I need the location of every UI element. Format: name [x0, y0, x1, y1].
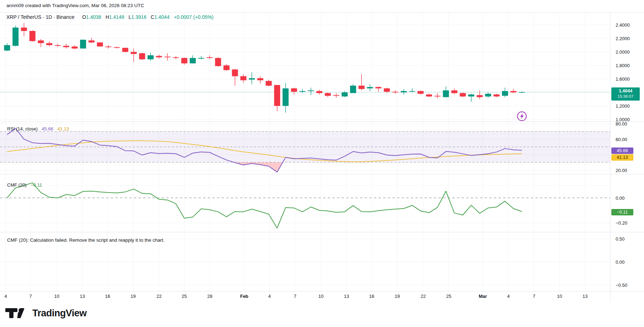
candle-body — [148, 55, 154, 59]
indicator-error-message: CMF (20): Calculation failed. Remove the… — [7, 237, 164, 243]
error-panel-tick-label: −0.50 — [616, 283, 627, 288]
candle-body — [342, 92, 348, 96]
time-tick-label: 13 — [344, 294, 349, 299]
high-value: 1.4148 — [109, 14, 124, 20]
tradingview-logo-icon — [5, 307, 29, 319]
cmf-value-badge: −0.11 — [611, 209, 633, 215]
time-tick-label: 7 — [533, 294, 535, 299]
time-tick-label: 25 — [446, 294, 451, 299]
candle-body — [493, 95, 500, 97]
time-tick-label: 16 — [369, 294, 374, 299]
candle-body — [173, 57, 179, 58]
candle-body — [299, 91, 305, 92]
change-value: +0.0007 (+0.05%) — [174, 14, 213, 20]
candle-body — [325, 93, 331, 96]
candle-body — [468, 95, 474, 97]
candle-body — [359, 86, 365, 89]
candle-body — [72, 47, 78, 49]
time-tick-label: 7 — [294, 294, 296, 299]
candle-body — [181, 58, 187, 63]
time-tick-label: 22 — [157, 294, 162, 299]
rsi-ma-value-badge: 41.13 — [611, 154, 633, 161]
rsi-value-badge: 45.66 — [611, 148, 633, 154]
rsi-legend[interactable]: RSI (14, close) 45.66 41.13 — [7, 126, 69, 132]
candle-body — [156, 56, 162, 57]
candle-body — [384, 89, 390, 92]
candle-body — [417, 91, 424, 94]
time-tick-label: 13 — [583, 294, 588, 299]
candle-body — [274, 85, 280, 106]
price-tick-label: 2.4000 — [616, 22, 630, 28]
bar-countdown: 15:36:07 — [618, 94, 634, 99]
error-panel-tick-label: 0.00 — [616, 259, 624, 265]
low-label: L — [129, 14, 131, 20]
tradingview-wordmark: TradingView — [32, 308, 87, 319]
cmf-title[interactable]: CMF (20) — [7, 182, 27, 188]
cmf-tick-label: −0.20 — [616, 220, 627, 226]
candle-body — [350, 86, 356, 93]
close-value: 1.4044 — [154, 14, 170, 20]
candle-body — [164, 57, 170, 57]
cmf-tick-label: 0.00 — [616, 195, 624, 201]
time-tick-label: Mar — [479, 294, 487, 299]
rsi-tick-label: 20.00 — [616, 168, 627, 173]
price-tick-label: 2.0000 — [616, 49, 630, 55]
candle-body — [97, 42, 103, 46]
candle-body — [190, 58, 196, 63]
low-value: 1.3916 — [131, 14, 147, 20]
open-label: O — [82, 14, 86, 20]
candle-body — [511, 91, 517, 92]
symbol-legend[interactable]: XRP / TetherUS · 1D · Binance O1.4038 H1… — [6, 14, 213, 20]
chart-canvas[interactable] — [0, 0, 644, 306]
price-tick-label: 1.8000 — [616, 63, 630, 68]
rsi-tick-label: 80.00 — [616, 121, 627, 127]
tradingview-footer[interactable]: TradingView — [5, 307, 87, 319]
current-price-badge: 1.4044 15:36:07 — [611, 87, 640, 101]
rsi-value: 45.66 — [42, 126, 54, 132]
candle-body — [63, 46, 69, 47]
candle-body — [249, 78, 255, 80]
candle-body — [443, 90, 449, 97]
time-tick-label: 10 — [54, 294, 59, 299]
candle-body — [12, 28, 18, 46]
candle-body — [207, 57, 213, 58]
candle-body — [240, 76, 246, 80]
time-tick-label: 10 — [557, 294, 562, 299]
time-tick-label: 10 — [318, 294, 323, 299]
candle-body — [485, 94, 491, 97]
price-tick-label: 1.6000 — [616, 76, 630, 82]
candle-body — [122, 48, 128, 52]
candle-body — [426, 95, 432, 97]
candle-body — [4, 45, 10, 50]
rsi-title[interactable]: RSI (14, close) — [7, 126, 38, 132]
time-tick-label: 28 — [207, 294, 212, 299]
close-label: C — [151, 14, 154, 20]
rsi-tick-label: 60.00 — [616, 137, 627, 142]
time-tick-label: 25 — [182, 294, 187, 299]
price-tick-label: 1.2000 — [616, 103, 630, 109]
current-price-value: 1.4044 — [619, 89, 632, 94]
rsi-ma-value: 41.13 — [58, 126, 69, 132]
candle-body — [401, 91, 407, 92]
candle-body — [333, 95, 339, 96]
time-tick-label: 19 — [131, 294, 136, 299]
candle-body — [435, 96, 441, 97]
candle-body — [55, 45, 61, 46]
candle-body — [392, 92, 398, 92]
candle-body — [80, 40, 86, 49]
candle-body — [88, 41, 94, 43]
cmf-line — [7, 183, 522, 228]
time-tick-label: 4 — [4, 294, 7, 299]
tradingview-snapshot: annm09 created with TradingView.com, Mar… — [0, 0, 644, 327]
candle-body — [502, 91, 508, 96]
time-tick-label: 4 — [268, 294, 271, 299]
candle-body — [198, 58, 204, 59]
candle-body — [477, 95, 483, 97]
candle-body — [21, 28, 27, 31]
cmf-legend[interactable]: CMF (20) −0.11 — [7, 182, 42, 188]
candle-body — [46, 43, 52, 45]
symbol-title[interactable]: XRP / TetherUS · 1D · Binance — [6, 14, 75, 20]
candle-body — [105, 47, 111, 47]
candle-body — [266, 81, 272, 86]
candle-body — [283, 89, 289, 106]
